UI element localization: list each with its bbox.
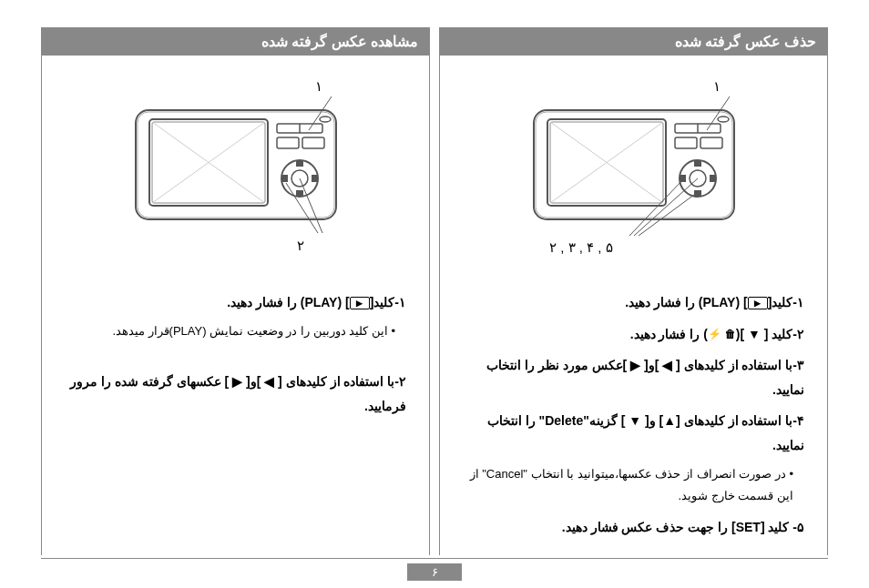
callout-2345: ۲ , ۳ , ۴ , ۵	[549, 239, 622, 256]
svg-point-36	[718, 117, 729, 122]
panel-view-photo: مشاهده عکس گرفته شده ۱ ۲	[41, 27, 430, 555]
delete-step-2: ۲-کلید [ ▼ ](🗑 ⚡) را فشار دهید.	[463, 322, 804, 347]
svg-line-18	[300, 178, 322, 233]
delete-step-4: ۴-با استفاده از کلیدهای [▲] و[ ▼ ] گزینه…	[463, 409, 804, 457]
view-step-1: ۱-کلید[▶] (PLAY) را فشار دهید.	[65, 290, 406, 315]
svg-line-39	[629, 178, 684, 236]
view-content: ۱-کلید[▶] (PLAY) را فشار دهید. • این کلی…	[42, 274, 429, 418]
play-icon: ▶	[350, 297, 370, 309]
view-note-1: • این کلید دوربین را در وضعیت نمایش (PLA…	[65, 320, 406, 343]
svg-rect-15	[302, 137, 324, 148]
svg-rect-1	[138, 112, 334, 218]
camera-icon	[127, 92, 345, 238]
svg-rect-21	[536, 112, 732, 218]
svg-rect-31	[710, 175, 715, 182]
play-icon: ▶	[748, 297, 768, 309]
svg-rect-29	[694, 190, 701, 196]
trash-icon: 🗑	[725, 324, 736, 345]
svg-rect-10	[282, 175, 288, 182]
svg-point-16	[320, 117, 331, 122]
delete-content: ۱-کلید[▶] (PLAY) را فشار دهید. ۲-کلید [ …	[440, 274, 827, 540]
svg-rect-35	[700, 137, 722, 148]
camera-illustration-delete: ۱ ۲ , ۳ , ۴ , ۵	[440, 92, 827, 274]
panel-view-title: مشاهده عکس گرفته شده	[42, 27, 429, 56]
panel-delete-photo: حذف عکس گرفته شده ۱ ۲ , ۳ , ۴ , ۵	[439, 27, 828, 555]
delete-step-3: ۳-با استفاده از کلیدهای [ ◀ ]و[ ▶ ]عکس م…	[463, 353, 804, 401]
callout-1-del: ۱	[713, 78, 721, 95]
panel-delete-title: حذف عکس گرفته شده	[440, 27, 827, 56]
svg-line-40	[639, 192, 698, 236]
svg-rect-9	[296, 190, 303, 196]
callout-1: ۱	[315, 78, 322, 95]
svg-rect-11	[312, 175, 317, 182]
camera-icon	[525, 92, 743, 238]
svg-rect-8	[296, 161, 303, 167]
delete-note-4: • در صورت انصراف از حذف عکسها،میتوانید ب…	[463, 463, 804, 508]
delete-step-1: ۱-کلید[▶] (PLAY) را فشار دهید.	[463, 290, 804, 315]
page-number: ۶	[407, 563, 462, 581]
footer-divider	[41, 558, 828, 559]
flash-icon: ⚡	[708, 324, 721, 345]
svg-rect-28	[694, 161, 701, 167]
svg-rect-34	[675, 137, 697, 148]
callout-2: ۲	[297, 238, 304, 254]
view-step-2: ۲-با استفاده از کلیدهای [ ◀ ]و[ ▶ ] عکسه…	[65, 370, 406, 418]
svg-rect-14	[277, 137, 299, 148]
camera-illustration-view: ۱ ۲	[42, 92, 429, 274]
delete-step-5: ۵- کلید [SET] را جهت حذف عکس فشار دهید.	[463, 515, 804, 540]
